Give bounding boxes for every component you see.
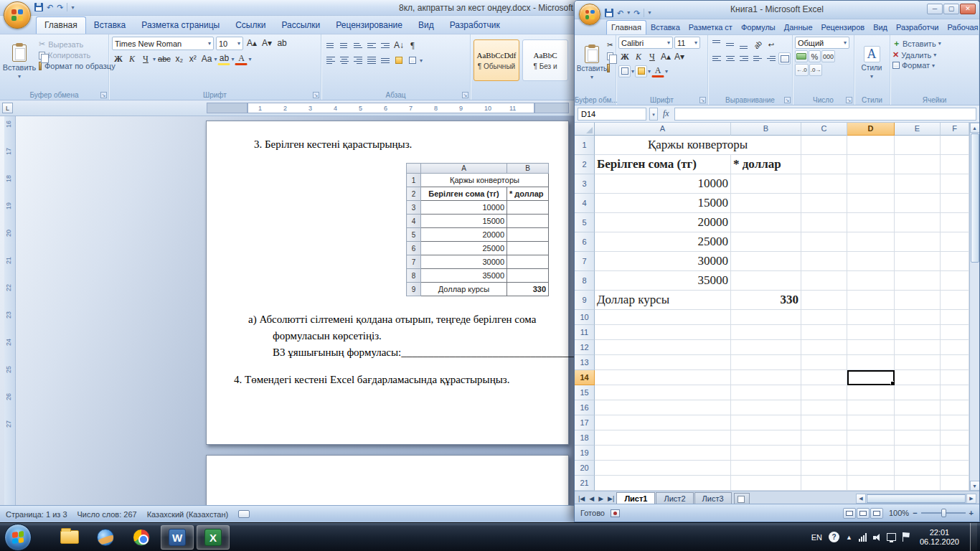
cell-F6[interactable] <box>941 232 969 252</box>
redo-icon[interactable]: ↷ <box>633 8 640 18</box>
shrink-font-button[interactable]: А▾ <box>260 37 273 50</box>
cell-B8[interactable] <box>731 271 801 291</box>
cell-F15[interactable] <box>941 385 969 400</box>
column-header-A[interactable]: A <box>595 123 731 136</box>
alignment-dialog-launcher[interactable]: ↘ <box>784 97 791 103</box>
cell-F8[interactable] <box>941 271 969 291</box>
row-header-1[interactable]: 1 <box>575 136 595 155</box>
row-header-8[interactable]: 8 <box>575 271 595 291</box>
borders-chevron-icon[interactable]: ▾ <box>631 68 634 75</box>
cell-A11[interactable] <box>595 325 731 340</box>
cell-B20[interactable] <box>731 461 801 476</box>
cell-E8[interactable] <box>895 271 941 291</box>
hidden-icons-chevron[interactable]: ▲ <box>846 534 852 541</box>
insert-cells-button[interactable]: ＋ Вставить▾ <box>892 38 976 49</box>
cell-F5[interactable] <box>941 213 969 232</box>
cell-E9[interactable] <box>895 291 941 310</box>
cell-B4[interactable] <box>731 194 801 213</box>
cell-E18[interactable] <box>895 430 941 446</box>
vertical-scroll-thumb[interactable] <box>971 133 979 263</box>
cell-styles-button[interactable]: А Стили ▾ <box>857 37 887 88</box>
cell-D7[interactable] <box>847 252 895 271</box>
cell-F4[interactable] <box>941 194 969 213</box>
keyboard-layout-icon[interactable] <box>238 510 250 518</box>
paragraph-dialog-launcher[interactable]: ↘ <box>462 92 468 98</box>
cell-D19[interactable] <box>847 446 895 461</box>
cell-B10[interactable] <box>731 310 801 325</box>
chrome-taskbar-button[interactable] <box>125 525 158 550</box>
word-tab-Рассылки[interactable]: Рассылки <box>273 17 328 34</box>
office-button[interactable] <box>579 4 600 25</box>
cell-D10[interactable] <box>847 310 895 325</box>
sheet-tab-Лист1[interactable]: Лист1 <box>616 492 655 505</box>
horizontal-scroll-thumb[interactable] <box>867 494 966 503</box>
cell-F3[interactable] <box>941 174 969 194</box>
word-titlebar[interactable]: 8кл, акпратты эл кест ондеу.docx - Micro… <box>0 0 583 16</box>
language-indicator[interactable]: Казахский (Казахстан) <box>147 510 228 519</box>
text-highlight-button[interactable]: ab <box>217 52 230 65</box>
normal-view-button[interactable] <box>843 508 856 519</box>
cell-B11[interactable] <box>731 325 801 340</box>
cell-D18[interactable] <box>847 430 895 446</box>
font-color-button[interactable]: А <box>651 65 664 77</box>
cell-F11[interactable] <box>941 325 969 340</box>
cell-A10[interactable] <box>595 310 731 325</box>
row-header-12[interactable]: 12 <box>575 340 595 355</box>
cell-E12[interactable] <box>895 340 941 355</box>
word-document-area[interactable]: 161718192021222324252627 3. Берілген кес… <box>0 116 583 505</box>
cell-B3[interactable] <box>731 174 801 194</box>
row-header-21[interactable]: 21 <box>575 476 595 491</box>
excel-taskbar-button[interactable]: X <box>197 525 230 550</box>
borders-button[interactable] <box>618 65 631 77</box>
word-tab-Ссылки[interactable]: Ссылки <box>227 17 273 34</box>
cell-A12[interactable] <box>595 340 731 355</box>
excel-tab-Вид[interactable]: Вид <box>869 21 892 34</box>
save-icon[interactable] <box>605 9 613 17</box>
cell-A1[interactable]: Қаржы конверторы <box>595 136 801 155</box>
cell-A18[interactable] <box>595 430 731 446</box>
cell-E10[interactable] <box>895 310 941 325</box>
font-family-select[interactable]: Times New Roman▾ <box>112 37 214 50</box>
cell-D12[interactable] <box>847 340 895 355</box>
underline-button[interactable]: Ч <box>646 50 659 63</box>
cell-F7[interactable] <box>941 252 969 271</box>
start-button[interactable] <box>4 524 32 551</box>
minimize-button[interactable]: ─ <box>927 4 943 14</box>
fill-color-chevron-icon[interactable]: ▾ <box>648 68 651 75</box>
cell-D20[interactable] <box>847 461 895 476</box>
undo-icon[interactable]: ↶ <box>47 2 53 12</box>
word-count[interactable]: Число слов: 267 <box>77 510 137 519</box>
language-indicator[interactable]: EN <box>811 533 822 542</box>
paste-button[interactable]: Вставить ▾ <box>577 37 607 90</box>
decrease-indent-icon[interactable] <box>751 53 764 65</box>
cell-B21[interactable] <box>731 476 801 491</box>
align-center-icon[interactable] <box>338 55 351 66</box>
cell-B16[interactable] <box>731 400 801 415</box>
cell-B5[interactable] <box>731 213 801 232</box>
cell-B14[interactable] <box>731 370 801 385</box>
next-sheet-button[interactable]: ▶ <box>596 495 606 502</box>
name-box[interactable] <box>578 108 646 121</box>
scroll-left-arrow[interactable]: ◀ <box>857 494 866 503</box>
cell-C20[interactable] <box>801 461 847 476</box>
action-center-flag-icon[interactable] <box>903 532 910 542</box>
cell-D3[interactable] <box>847 174 895 194</box>
align-right-icon[interactable] <box>738 53 750 65</box>
first-sheet-button[interactable]: |◀ <box>576 495 587 502</box>
cell-B17[interactable] <box>731 415 801 430</box>
underline-chevron-icon[interactable]: ▾ <box>153 56 156 62</box>
cell-E13[interactable] <box>895 355 941 370</box>
column-header-B[interactable]: B <box>731 123 801 136</box>
cell-B19[interactable] <box>731 446 801 461</box>
grow-font-button[interactable]: А▴ <box>245 37 258 50</box>
cell-D17[interactable] <box>847 415 895 430</box>
font-size-select[interactable]: 10▾ <box>216 37 243 50</box>
row-header-4[interactable]: 4 <box>575 194 595 213</box>
office-button[interactable] <box>4 1 31 29</box>
scroll-up-arrow[interactable]: ▲ <box>970 123 980 133</box>
cell-E21[interactable] <box>895 476 941 491</box>
cell-F21[interactable] <box>941 476 969 491</box>
clipboard-dialog-launcher[interactable]: ↘ <box>100 92 107 98</box>
cell-A3[interactable]: 10000 <box>595 174 731 194</box>
cell-B7[interactable] <box>731 252 801 271</box>
